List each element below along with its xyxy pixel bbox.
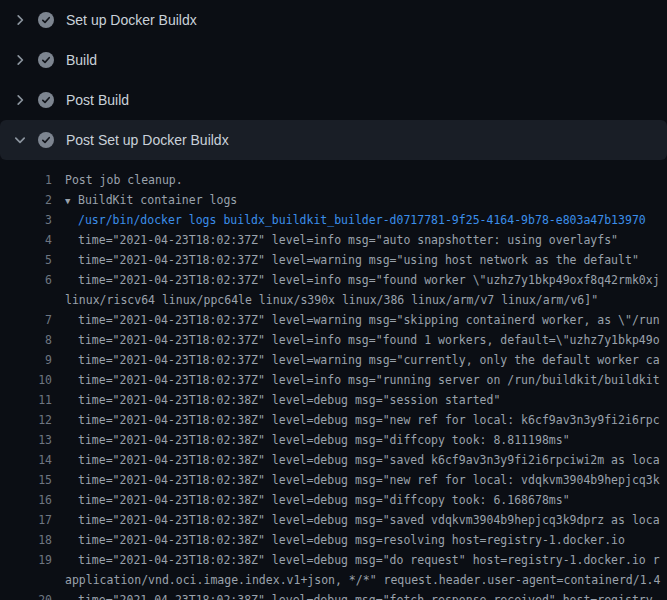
chevron-down-icon[interactable] [12,132,28,148]
line-number[interactable]: 18 [0,530,52,550]
log-line: 6time="2021-04-23T18:02:37Z" level=info … [0,270,667,290]
log-line: 11time="2021-04-23T18:02:38Z" level=debu… [0,390,667,410]
log-line-continuation: application/vnd.oci.image.index.v1+json,… [0,570,667,590]
log-line: 7time="2021-04-23T18:02:37Z" level=warni… [0,310,667,330]
line-number[interactable]: 8 [0,330,52,350]
log-line: 2▼BuildKit container logs [0,190,667,210]
line-number[interactable]: 3 [0,210,52,230]
line-number[interactable]: 16 [0,490,52,510]
log-line: 8time="2021-04-23T18:02:37Z" level=info … [0,330,667,350]
step-row-post-build[interactable]: Post Build [0,80,667,120]
step-label: Build [66,52,97,68]
line-number[interactable]: 11 [0,390,52,410]
line-number[interactable]: 10 [0,370,52,390]
log-text: time="2021-04-23T18:02:38Z" level=debug … [78,530,625,550]
step-label: Post Build [66,92,129,108]
log-text: time="2021-04-23T18:02:38Z" level=debug … [78,550,660,570]
command-text: /usr/bin/docker logs buildx_buildkit_bui… [78,210,646,230]
line-number[interactable]: 14 [0,450,52,470]
log-line: 17time="2021-04-23T18:02:38Z" level=debu… [0,510,667,530]
log-text: time="2021-04-23T18:02:37Z" level=warnin… [78,350,660,370]
line-number[interactable]: 1 [0,170,52,190]
log-text: time="2021-04-23T18:02:38Z" level=debug … [78,430,570,450]
log-text: time="2021-04-23T18:02:38Z" level=debug … [78,510,660,530]
log-text: time="2021-04-23T18:02:37Z" level=info m… [78,230,618,250]
log-text: time="2021-04-23T18:02:38Z" level=debug … [78,390,500,410]
log-line: 15time="2021-04-23T18:02:38Z" level=debu… [0,470,667,490]
log-line: 19time="2021-04-23T18:02:38Z" level=debu… [0,550,667,570]
line-number[interactable]: 2 [0,190,52,210]
log-text: time="2021-04-23T18:02:37Z" level=info m… [78,370,660,390]
log-line: 16time="2021-04-23T18:02:38Z" level=debu… [0,490,667,510]
log-line: 18time="2021-04-23T18:02:38Z" level=debu… [0,530,667,550]
log-group-toggle[interactable]: ▼BuildKit container logs [65,190,237,210]
group-title: BuildKit container logs [78,193,237,207]
log-text: time="2021-04-23T18:02:37Z" level=info m… [78,330,660,350]
log-text: time="2021-04-23T18:02:38Z" level=debug … [78,490,570,510]
log-pane: 1Post job cleanup.2▼BuildKit container l… [0,160,667,600]
check-circle-icon [38,92,54,108]
log-line: 5time="2021-04-23T18:02:37Z" level=warni… [0,250,667,270]
step-row-post-set-up-docker-buildx[interactable]: Post Set up Docker Buildx [0,120,667,160]
chevron-right-icon[interactable] [12,52,28,68]
line-number[interactable]: 5 [0,250,52,270]
log-text: time="2021-04-23T18:02:38Z" level=debug … [78,590,660,600]
log-line-continuation: linux/riscv64 linux/ppc64le linux/s390x … [0,290,667,310]
log-text: linux/riscv64 linux/ppc64le linux/s390x … [65,290,598,310]
log-line: 12time="2021-04-23T18:02:38Z" level=debu… [0,410,667,430]
log-text: time="2021-04-23T18:02:38Z" level=debug … [78,450,660,470]
log-text: Post job cleanup. [65,170,183,190]
log-line: 1Post job cleanup. [0,170,667,190]
step-row-build[interactable]: Build [0,40,667,80]
line-number[interactable]: 15 [0,470,52,490]
line-number [0,290,52,310]
line-number[interactable]: 13 [0,430,52,450]
line-number[interactable]: 17 [0,510,52,530]
step-list: Set up Docker BuildxBuildPost BuildPost … [0,0,667,160]
check-circle-icon [38,132,54,148]
log-line: 20time="2021-04-23T18:02:38Z" level=debu… [0,590,667,600]
line-number[interactable]: 6 [0,270,52,290]
line-number[interactable]: 9 [0,350,52,370]
log-text: time="2021-04-23T18:02:37Z" level=warnin… [78,250,639,270]
log-text: time="2021-04-23T18:02:37Z" level=info m… [78,270,660,290]
line-number[interactable]: 12 [0,410,52,430]
log-text: application/vnd.oci.image.index.v1+json,… [65,570,660,590]
log-line: 13time="2021-04-23T18:02:38Z" level=debu… [0,430,667,450]
chevron-right-icon[interactable] [12,12,28,28]
group-collapse-arrow-icon[interactable]: ▼ [65,191,78,210]
check-circle-icon [38,52,54,68]
line-number[interactable]: 7 [0,310,52,330]
check-circle-icon [38,12,54,28]
line-number[interactable]: 20 [0,590,52,600]
line-number[interactable]: 19 [0,550,52,570]
line-number [0,570,52,590]
step-label: Post Set up Docker Buildx [66,132,229,148]
log-line: 10time="2021-04-23T18:02:37Z" level=info… [0,370,667,390]
log-line: 3/usr/bin/docker logs buildx_buildkit_bu… [0,210,667,230]
log-text: time="2021-04-23T18:02:37Z" level=warnin… [78,310,660,330]
log-line: 4time="2021-04-23T18:02:37Z" level=info … [0,230,667,250]
log-line: 9time="2021-04-23T18:02:37Z" level=warni… [0,350,667,370]
log-text: time="2021-04-23T18:02:38Z" level=debug … [78,410,660,430]
line-number[interactable]: 4 [0,230,52,250]
step-label: Set up Docker Buildx [66,12,197,28]
step-row-set-up-docker-buildx[interactable]: Set up Docker Buildx [0,0,667,40]
chevron-right-icon[interactable] [12,92,28,108]
workflow-log-viewer: Set up Docker BuildxBuildPost BuildPost … [0,0,667,600]
log-line: 14time="2021-04-23T18:02:38Z" level=debu… [0,450,667,470]
log-text: time="2021-04-23T18:02:38Z" level=debug … [78,470,660,490]
